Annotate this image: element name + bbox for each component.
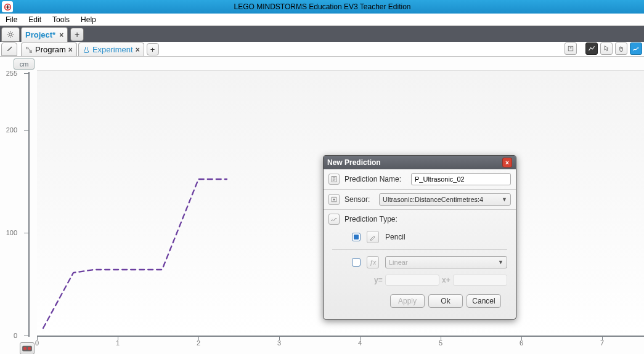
export-icon [567,45,574,52]
tab-program-label: Program [35,45,66,54]
y-tick-label: 0 [14,332,17,339]
close-icon[interactable]: × [68,46,73,54]
pencil-option-row: Pencil [332,227,507,249]
x-tick-label: 1 [116,339,120,347]
y-tick-label: 200 [6,126,17,134]
prediction-name-row: Prediction Name: [324,169,516,190]
x-tick-label: 7 [600,339,604,347]
slope-input [385,275,439,286]
menu-file[interactable]: File [0,14,23,26]
chart-icon [588,45,595,52]
wrench-icon [6,46,13,53]
apply-button[interactable]: Apply [390,294,425,308]
svg-line-10 [8,36,9,37]
x-tick-label: 5 [439,339,442,347]
export-button[interactable] [565,42,577,55]
x-tick-label: 4 [358,339,362,347]
linear-checkbox[interactable] [352,258,361,267]
chevron-down-icon: ▼ [502,196,507,203]
home-button[interactable] [1,27,20,42]
menu-help[interactable]: Help [75,14,102,26]
pencil-icon [367,231,379,243]
function-type-dropdown[interactable]: Linear ▼ [385,256,507,268]
sensor-port-icon [330,196,338,203]
linear-option-row: ƒx Linear ▼ [332,249,507,275]
close-icon[interactable]: × [59,31,63,39]
sensor-label: Sensor: [344,195,374,204]
chart-mode-button[interactable] [585,42,598,55]
tab-experiment-label: Experiment [92,45,133,54]
sensor-dropdown[interactable]: Ultrasonic:DistanceCentimetres:4 ▼ [379,193,511,206]
x-plus-label: x+ [442,276,450,284]
close-icon[interactable]: × [136,46,140,54]
pencil-label: Pencil [385,233,406,241]
dialog-close-button[interactable]: × [502,158,512,167]
cancel-button[interactable]: Cancel [467,294,501,308]
properties-button[interactable] [1,42,17,56]
prediction-type-body: Pencil ƒx Linear ▼ y= x+ Apply Ok Cancel [324,225,516,319]
project-tab-label: Project* [25,30,55,39]
new-project-button[interactable]: + [70,28,84,41]
pan-tool[interactable] [615,42,627,55]
sensor-dropdown-value: Ultrasonic:DistanceCentimetres:4 [383,196,483,203]
x-axis-labels: 0 1 2 3 4 5 6 7 [37,339,644,348]
prediction-name-input[interactable] [411,173,511,185]
function-icon: ƒx [367,256,379,268]
window-title: LEGO MINDSTORMS Education EV3 Teacher Ed… [13,2,644,11]
x-tick-label: 2 [197,339,200,347]
x-tick-label: 3 [277,339,281,347]
ultrasonic-sensor-icon [22,344,33,353]
inner-tab-strip: Program × Experiment × + [0,42,644,57]
svg-line-11 [12,32,13,33]
svg-rect-2 [7,5,8,9]
menu-tools[interactable]: Tools [47,14,75,26]
pencil-checkbox[interactable] [352,233,361,241]
intercept-input [453,275,507,286]
tab-experiment[interactable]: Experiment × [78,42,144,56]
document-icon [330,175,338,183]
hand-icon [618,45,625,52]
svg-rect-12 [26,47,28,49]
scribble-icon [632,45,640,52]
ok-button[interactable]: Ok [428,294,463,308]
app-icon [2,1,13,12]
sun-icon [7,31,14,38]
pointer-tool[interactable] [600,42,613,55]
sensor-row: Sensor: Ultrasonic:DistanceCentimetres:4… [324,190,516,210]
y-unit-label[interactable]: cm [14,58,35,70]
svg-line-9 [12,36,13,37]
y-tick-label: 100 [6,229,17,236]
chevron-down-icon: ▼ [498,259,503,265]
new-prediction-dialog: New Prediction × Prediction Name: Sensor… [323,155,516,320]
chart-area: cm 255 200 100 0 0 1 2 3 4 5 6 [0,57,644,354]
function-type-value: Linear [389,259,408,266]
formula-row: y= x+ [332,275,507,291]
flask-icon [83,46,90,54]
sensor-selector-icon[interactable] [20,342,35,354]
dialog-titlebar[interactable]: New Prediction × [324,156,516,169]
svg-point-17 [23,347,26,350]
project-tab[interactable]: Project* × [21,27,68,42]
menu-bar: File Edit Tools Help [0,14,644,26]
draw-tool[interactable] [630,42,642,55]
svg-line-8 [8,32,9,33]
dialog-buttons: Apply Ok Cancel [332,291,507,314]
right-toolbar [565,42,642,56]
menu-edit[interactable]: Edit [23,14,47,26]
prediction-type-header: Prediction Type: [324,210,516,225]
svg-point-3 [9,33,12,36]
tab-program[interactable]: Program × [21,42,77,56]
y-equals-label: y= [374,276,383,284]
x-axis-line [37,336,644,337]
scribble-icon [330,215,338,223]
new-tab-button[interactable]: + [147,43,159,55]
svg-point-18 [28,347,31,350]
svg-line-14 [28,48,31,52]
type-icon [328,214,340,225]
project-tab-strip: Project* × + [0,26,644,42]
x-tick-label: 0 [35,339,39,347]
dialog-title-text: New Prediction [327,158,381,167]
y-axis-line [28,72,30,337]
prediction-name-label: Prediction Name: [344,175,406,183]
title-bar: LEGO MINDSTORMS Education EV3 Teacher Ed… [0,0,644,14]
